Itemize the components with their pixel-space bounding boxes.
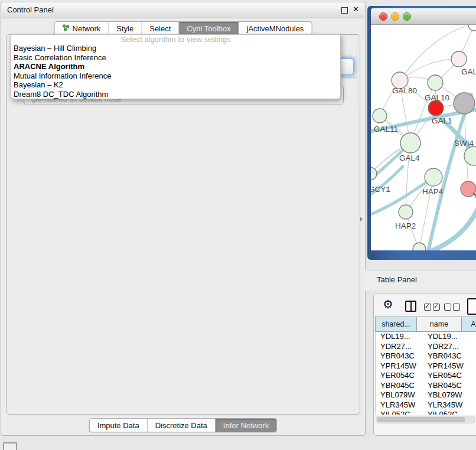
table-cell: YDR27...: [422, 342, 472, 352]
dropdown-item-aracne-algorithm[interactable]: ARACNE Algorithm: [11, 62, 340, 71]
network-graph: GALGAL80GAL10GAL1GAL11SWI4GAL4GCY1HAP4YH…: [371, 25, 476, 250]
close-icon[interactable]: ✕: [353, 5, 359, 14]
node-label-hap2: HAP2: [395, 221, 416, 230]
table-row[interactable]: YDL19...YDL19...13: [376, 332, 476, 342]
table-row[interactable]: YIL052CYIL052C0.: [376, 410, 476, 415]
table-row[interactable]: YER054CYER054C8.: [376, 371, 476, 381]
network-node[interactable]: [468, 25, 476, 31]
table-row[interactable]: YPR145WYPR145W9.: [376, 361, 476, 371]
dropdown-item-bayesian-k2[interactable]: Bayesian – K2: [11, 80, 340, 90]
tab-select[interactable]: Select: [141, 22, 178, 35]
network-canvas[interactable]: GALGAL80GAL10GAL1GAL11SWI4GAL4GCY1HAP4YH…: [371, 25, 476, 250]
table-cell: YBL079W: [422, 390, 472, 400]
table-cell: YIL052C: [422, 410, 472, 415]
node-label-y: Y: [472, 191, 476, 200]
column-header-shared[interactable]: shared...: [376, 317, 417, 331]
column-header-name[interactable]: name: [417, 317, 462, 331]
table-cell: YBR045C: [422, 381, 472, 391]
restore-icon[interactable]: [341, 7, 348, 14]
dropdown-item-bayesian-hill-climbing[interactable]: Bayesian – Hill Climbing: [11, 44, 340, 53]
tab-jactivemnodules[interactable]: jActiveMNodules: [239, 22, 312, 35]
dropdown-item-mutual-information-inference[interactable]: Mutual Information Inference: [11, 71, 340, 81]
node-label-gal: GAL: [461, 67, 476, 76]
table-cell: YDR27...: [376, 342, 422, 352]
tab-label: Discretize Data: [155, 421, 207, 430]
dropdown-item-basic-correlation-inference[interactable]: Basic Correlation Inference: [11, 53, 340, 63]
network-node-gal11[interactable]: [373, 109, 387, 123]
split-columns-icon[interactable]: [405, 301, 416, 312]
table-body: YDL19...YDL19...13YDR27...YDR27...12YBR0…: [375, 332, 476, 415]
table-cell: [472, 351, 476, 361]
network-node-hap4[interactable]: [425, 168, 442, 186]
algorithm-combobox-fragment[interactable]: [340, 58, 354, 75]
network-node[interactable]: [413, 243, 426, 250]
cyni-mode-tab-bar: Impute DataDiscretize DataInfer Network: [89, 418, 277, 432]
tab-label: Select: [149, 24, 171, 33]
node-label-gcy1: GCY1: [371, 185, 390, 194]
column-header-a[interactable]: A: [462, 317, 476, 331]
close-traffic-light[interactable]: [379, 12, 387, 21]
tab-label: Network: [73, 24, 101, 33]
panel-border-fragment: [341, 77, 357, 78]
table-cell: 12: [472, 342, 476, 352]
panel-border-fragment: [357, 37, 357, 106]
unchecked-checkbox-icon[interactable]: [453, 304, 460, 311]
table-cell: [472, 390, 476, 400]
table-cell: YPR145W: [422, 361, 472, 371]
table-row[interactable]: YDR27...YDR27...12: [376, 342, 476, 352]
table-cell: 13: [472, 332, 476, 342]
table-cell: YBR043C: [376, 351, 422, 361]
minimize-traffic-light[interactable]: [391, 12, 399, 21]
zoom-traffic-light[interactable]: [403, 12, 411, 21]
table-horizontal-scrollbar-thumb[interactable]: [377, 417, 465, 422]
tab-network[interactable]: Network: [55, 22, 109, 35]
table-cell: YLR345W: [376, 400, 422, 410]
table-row[interactable]: YBR045CYBR045C9.: [376, 381, 476, 391]
network-node-gal1[interactable]: [428, 100, 444, 116]
node-label-gal10: GAL10: [425, 93, 449, 102]
table-cell: YBL079W: [376, 390, 422, 400]
checked-checkbox-icon[interactable]: [433, 304, 440, 311]
table-panel-title: Table Panel: [377, 275, 417, 284]
node-label-swi4: SWI4: [454, 139, 474, 148]
table-cell: YDL19...: [422, 332, 472, 342]
control-panel-tab-bar: NetworkStyleSelectCyni ToolboxjActiveMNo…: [54, 21, 312, 35]
network-window-titlebar[interactable]: [371, 8, 476, 25]
tab-style[interactable]: Style: [108, 22, 141, 35]
node-label-gal80: GAL80: [392, 86, 417, 95]
tab-infer-network[interactable]: Infer Network: [215, 419, 276, 432]
tab-label: Infer Network: [223, 421, 269, 430]
tab-cyni-toolbox[interactable]: Cyni Toolbox: [178, 22, 238, 35]
dropdown-item-dream8-dc-tdc-algorithm[interactable]: Dream8 DC_TDC Algorithm: [11, 90, 340, 99]
table-cell: YBR043C: [422, 351, 472, 361]
table-header-row: shared...nameA: [375, 317, 476, 332]
network-node-gal10[interactable]: [428, 75, 443, 90]
tab-discretize-data[interactable]: Discretize Data: [147, 419, 215, 432]
table-cell: YBR045C: [376, 381, 422, 391]
network-node-gcy1[interactable]: [371, 167, 377, 180]
network-node-hap2[interactable]: [399, 205, 413, 219]
network-node-gal[interactable]: [451, 51, 467, 67]
table-row[interactable]: YBR043CYBR043C: [376, 351, 476, 361]
application-window: Control Panel ✕ NetworkStyleSelectCyni T…: [0, 0, 476, 450]
table-cell: 9.: [472, 381, 476, 391]
tab-label: Cyni Toolbox: [187, 24, 230, 33]
table-cell: YPR145W: [376, 361, 422, 371]
tab-impute-data[interactable]: Impute Data: [90, 419, 147, 432]
minimized-panel-icon[interactable]: [3, 442, 17, 450]
table-cell: YER054C: [376, 371, 422, 381]
unchecked-checkbox-icon[interactable]: [444, 304, 451, 311]
tab-label: Impute Data: [97, 421, 139, 430]
checked-checkbox-icon[interactable]: [424, 304, 431, 311]
table-row[interactable]: YLR345WYLR345W9.: [376, 400, 476, 410]
tab-label: jActiveMNodules: [247, 24, 304, 33]
gear-icon[interactable]: ⚙: [383, 298, 393, 310]
network-node-gal4[interactable]: [400, 133, 420, 153]
network-node[interactable]: [454, 93, 475, 114]
control-panel-titlebar: [1, 2, 364, 18]
table-row[interactable]: YBL079WYBL079W: [376, 390, 476, 400]
node-label-gal4: GAL4: [399, 154, 420, 162]
document-icon[interactable]: [467, 298, 476, 315]
network-icon: [63, 24, 70, 33]
table-cell: YLR345W: [422, 400, 472, 410]
